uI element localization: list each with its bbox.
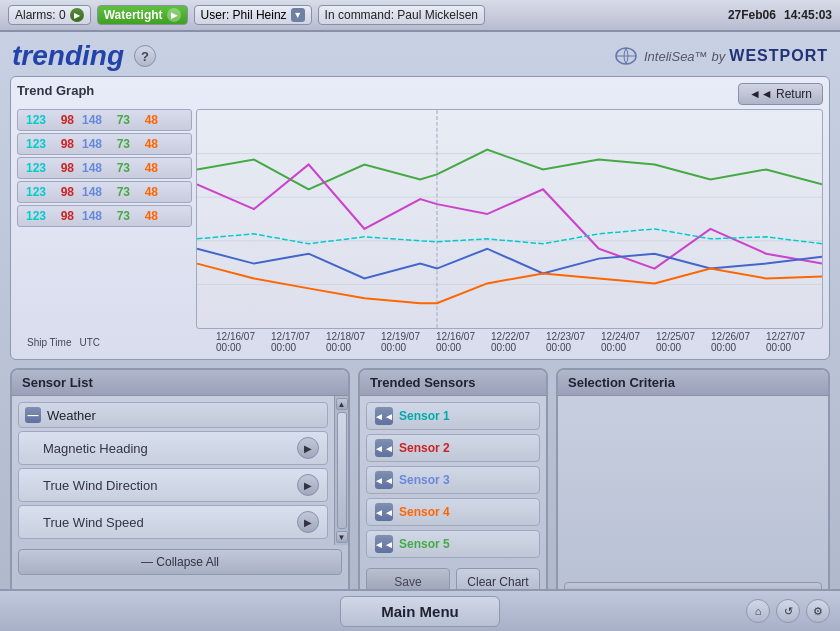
sensor-true-wind-direction[interactable]: True Wind Direction ▶ <box>18 468 328 502</box>
scroll-up-arrow[interactable]: ▲ <box>336 398 348 410</box>
date-7: 12/23/0700:00 <box>546 331 585 353</box>
home-icon-button[interactable]: ⌂ <box>746 599 770 623</box>
sensor3-back-icon: ◄◄ <box>375 471 393 489</box>
date-8: 12/24/0700:00 <box>601 331 640 353</box>
return-button[interactable]: ◄◄ Return <box>738 83 823 105</box>
time-labels: Ship Time UTC <box>27 331 208 353</box>
trended-sensors-panel: Trended Sensors ◄◄ Sensor 1 ◄◄ Sensor 2 … <box>358 368 548 602</box>
trend-graph-title: Trend Graph <box>17 83 94 98</box>
legend-val-5-5: 48 <box>134 209 158 223</box>
alarms-status[interactable]: Alarms: 0 ▶ <box>8 5 91 25</box>
date-label: 27Feb06 <box>728 8 776 22</box>
sensor5-label: Sensor 5 <box>399 537 450 551</box>
weather-group-label: Weather <box>47 408 96 423</box>
in-command-status: In command: Paul Mickelsen <box>318 5 485 25</box>
user-label: User: Phil Heinz <box>201 8 287 22</box>
trended-sensors-title: Trended Sensors <box>360 370 546 396</box>
sensor-magnetic-heading[interactable]: Magnetic Heading ▶ <box>18 431 328 465</box>
main-menu-button[interactable]: Main Menu <box>340 596 500 627</box>
scroll-down-arrow[interactable]: ▼ <box>336 531 348 543</box>
watertight-status[interactable]: Watertight ▶ <box>97 5 188 25</box>
trend-panel-header: Trend Graph ◄◄ Return <box>17 83 823 105</box>
in-command-label: In command: Paul Mickelsen <box>325 8 478 22</box>
watertight-arrow[interactable]: ▶ <box>167 8 181 22</box>
legend-val-4-5: 48 <box>134 185 158 199</box>
legend-val-3-4: 73 <box>106 161 130 175</box>
legend-val-2-2: 98 <box>50 137 74 151</box>
user-dropdown-arrow[interactable]: ▼ <box>291 8 305 22</box>
main-content: trending ? InteliSea™ by WESTPORT Trend … <box>0 32 840 602</box>
legend-val-1-3: 148 <box>78 113 102 127</box>
date-3: 12/18/0700:00 <box>326 331 365 353</box>
date-6: 12/22/0700:00 <box>491 331 530 353</box>
utc-label: UTC <box>79 337 100 348</box>
legend-val-1-1: 123 <box>22 113 46 127</box>
sensor2-back-icon: ◄◄ <box>375 439 393 457</box>
trended-sensor-1[interactable]: ◄◄ Sensor 1 <box>366 402 540 430</box>
sensor-true-wind-speed[interactable]: True Wind Speed ▶ <box>18 505 328 539</box>
true-wind-speed-label: True Wind Speed <box>43 515 144 530</box>
alarms-label: Alarms: 0 <box>15 8 66 22</box>
user-dropdown[interactable]: User: Phil Heinz ▼ <box>194 5 312 25</box>
sensor3-label: Sensor 3 <box>399 473 450 487</box>
trended-sensors-inner: ◄◄ Sensor 1 ◄◄ Sensor 2 ◄◄ Sensor 3 ◄◄ S… <box>360 396 546 564</box>
legend-val-3-3: 148 <box>78 161 102 175</box>
legend-val-2-1: 123 <box>22 137 46 151</box>
legend-val-5-4: 73 <box>106 209 130 223</box>
alarms-arrow[interactable]: ▶ <box>70 8 84 22</box>
sensor4-back-icon: ◄◄ <box>375 503 393 521</box>
refresh-icon-button[interactable]: ↺ <box>776 599 800 623</box>
sensor-group-weather[interactable]: — Weather <box>18 402 328 428</box>
legend-val-2-4: 73 <box>106 137 130 151</box>
page-title: trending <box>12 40 124 72</box>
legend-row-4: 123 98 148 73 48 <box>17 181 192 203</box>
settings-icon-button[interactable]: ⚙ <box>806 599 830 623</box>
legend-val-1-2: 98 <box>50 113 74 127</box>
logo-by: by <box>712 49 726 64</box>
weather-collapse-icon: — <box>25 407 41 423</box>
trended-sensor-3[interactable]: ◄◄ Sensor 3 <box>366 466 540 494</box>
sensor2-label: Sensor 2 <box>399 441 450 455</box>
footer-icons: ⌂ ↺ ⚙ <box>746 599 830 623</box>
selection-criteria-inner <box>558 396 828 578</box>
sensor-list-scrollbar[interactable]: ▲ ▼ <box>334 396 348 545</box>
trended-sensor-5[interactable]: ◄◄ Sensor 5 <box>366 530 540 558</box>
selection-criteria-title: Selection Criteria <box>558 370 828 396</box>
date-4: 12/19/0700:00 <box>381 331 420 353</box>
date-9: 12/25/0700:00 <box>656 331 695 353</box>
trended-sensor-4[interactable]: ◄◄ Sensor 4 <box>366 498 540 526</box>
legend-val-1-5: 48 <box>134 113 158 127</box>
time-label: 14:45:03 <box>784 8 832 22</box>
footer: Main Menu ⌂ ↺ ⚙ <box>0 589 840 631</box>
sensor-list-title: Sensor List <box>12 370 348 396</box>
sensor-list-inner: — Weather Magnetic Heading ▶ True Wind D… <box>12 396 334 545</box>
help-button[interactable]: ? <box>134 45 156 67</box>
selection-criteria-panel: Selection Criteria <box>556 368 830 602</box>
legend-row-1: 123 98 148 73 48 <box>17 109 192 131</box>
sensor-list-wrapper: — Weather Magnetic Heading ▶ True Wind D… <box>12 396 348 545</box>
date-11: 12/27/0700:00 <box>766 331 805 353</box>
date-1: 12/16/0700:00 <box>216 331 255 353</box>
legend-val-4-1: 123 <box>22 185 46 199</box>
true-wind-direction-label: True Wind Direction <box>43 478 157 493</box>
legend-row-2: 123 98 148 73 48 <box>17 133 192 155</box>
true-wind-speed-nav[interactable]: ▶ <box>297 511 319 533</box>
logo-intelisea: InteliSea™ <box>644 49 708 64</box>
date-10: 12/26/0700:00 <box>711 331 750 353</box>
legend-val-2-5: 48 <box>134 137 158 151</box>
sensor1-label: Sensor 1 <box>399 409 450 423</box>
bottom-panels: Sensor List — Weather Magnetic Heading ▶ <box>10 368 830 602</box>
trended-sensor-2[interactable]: ◄◄ Sensor 2 <box>366 434 540 462</box>
legend-row-3: 123 98 148 73 48 <box>17 157 192 179</box>
magnetic-heading-nav[interactable]: ▶ <box>297 437 319 459</box>
watertight-label: Watertight <box>104 8 163 22</box>
legend-val-3-5: 48 <box>134 161 158 175</box>
magnetic-heading-label: Magnetic Heading <box>43 441 148 456</box>
sensor1-back-icon: ◄◄ <box>375 407 393 425</box>
scroll-thumb[interactable] <box>337 412 347 529</box>
legend-val-5-3: 148 <box>78 209 102 223</box>
collapse-all-button[interactable]: — Collapse All <box>18 549 342 575</box>
sensor-list-scroll-area: — Weather Magnetic Heading ▶ True Wind D… <box>12 396 334 545</box>
trend-body: 123 98 148 73 48 123 98 148 73 48 123 98… <box>17 109 823 329</box>
true-wind-direction-nav[interactable]: ▶ <box>297 474 319 496</box>
